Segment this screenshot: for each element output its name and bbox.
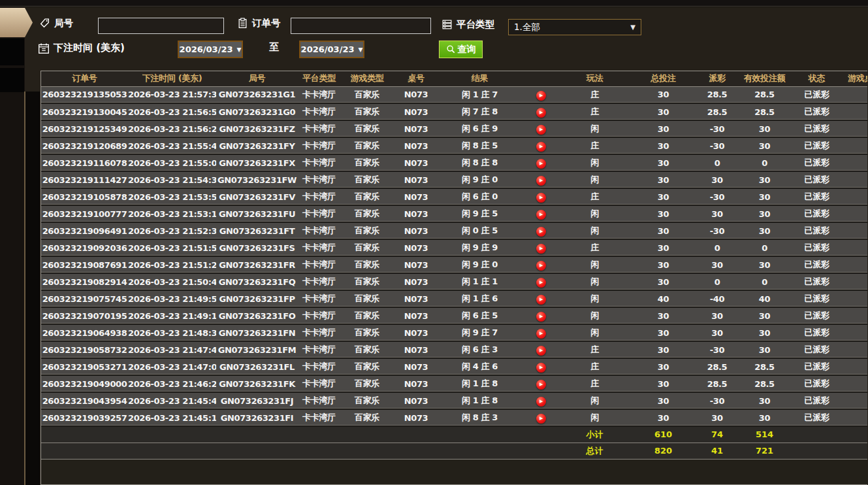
play-replay-icon[interactable]: ▶ — [536, 363, 546, 373]
cell-game: 百家乐 — [340, 205, 394, 222]
cell-table-no: N073 — [394, 205, 438, 222]
play-replay-icon[interactable]: ▶ — [536, 346, 546, 356]
cell-status: 已派彩 — [792, 392, 841, 409]
subtotal-payout: 74 — [698, 426, 737, 443]
cell-game: 百家乐 — [340, 392, 394, 409]
play-replay-icon[interactable]: ▶ — [536, 380, 546, 390]
top-bar — [0, 0, 868, 7]
cell-payout: 30 — [698, 307, 737, 324]
cell-table-no: N073 — [394, 239, 438, 256]
round-number-input[interactable] — [98, 18, 224, 34]
column-header-7: 结果 — [438, 71, 521, 86]
cell-platform: 卡卡湾厅 — [298, 256, 340, 273]
play-replay-icon[interactable]: ▶ — [536, 210, 546, 220]
cell-total-bet: 40 — [629, 290, 698, 307]
play-replay-icon[interactable]: ▶ — [536, 142, 546, 152]
cell-extra: - — [841, 120, 867, 137]
cell-table-no: N073 — [394, 341, 438, 358]
cell-total-bet: 30 — [629, 273, 698, 290]
order-number-input[interactable] — [291, 18, 431, 34]
cell-bet-type: 庄 — [560, 239, 629, 256]
play-replay-icon[interactable]: ▶ — [536, 91, 546, 101]
date-from-picker[interactable]: 2026/03/23 ▼ — [178, 41, 243, 58]
cell-bet-type: 闲 — [560, 120, 629, 137]
cell-status: 已派彩 — [792, 290, 841, 307]
platform-type-label-group: 平台类型 — [442, 18, 494, 31]
cell-payout: 30 — [698, 256, 737, 273]
cell-extra: - — [841, 222, 867, 239]
cell-status: 已派彩 — [792, 307, 841, 324]
cell-bet-type: 庄 — [560, 137, 629, 154]
cell-status: 已派彩 — [792, 120, 841, 137]
cell-time: 2026-03-23 21:53:52 — [128, 188, 216, 205]
table-row: 2603232190587322026-03-23 21:47:49GN0732… — [41, 341, 867, 358]
cell-platform: 卡卡湾厅 — [298, 341, 340, 358]
sidebar-block-1[interactable] — [0, 39, 24, 65]
cell-result: 闲 7 庄 8 — [438, 103, 521, 120]
cell-bet-type: 闲 — [560, 256, 629, 273]
cell-total-bet: 30 — [629, 409, 698, 426]
cell-result: 闲 4 庄 6 — [438, 358, 521, 375]
table-row: 2603232190920362026-03-23 21:51:59GN0732… — [41, 239, 867, 256]
sidebar-strip — [25, 92, 40, 485]
cell-order: 260323219111427 — [41, 171, 128, 188]
app-root: 局号 订单号 平台类型 1.全部 ▼ — [0, 0, 868, 485]
search-button-label: 查询 — [458, 44, 476, 56]
play-replay-icon[interactable]: ▶ — [536, 329, 546, 339]
play-replay-icon[interactable]: ▶ — [536, 227, 546, 237]
play-replay-icon[interactable]: ▶ — [536, 278, 546, 288]
cell-round: GN073263231FJ — [216, 392, 298, 409]
order-number-label-group: 订单号 — [237, 17, 281, 29]
table-row: 2603232191160782026-03-23 21:55:07GN0732… — [41, 154, 867, 171]
play-replay-icon[interactable]: ▶ — [536, 312, 546, 322]
cell-order: 260323219053271 — [41, 358, 128, 375]
cell-time: 2026-03-23 21:47:07 — [128, 358, 216, 375]
cell-bet-type: 庄 — [560, 358, 629, 375]
cell-round: GN073263231FW — [216, 171, 298, 188]
cell-payout: 0 — [698, 273, 737, 290]
cell-table-no: N073 — [394, 103, 438, 120]
platform-type-select[interactable]: 1.全部 ▼ — [508, 19, 641, 35]
cell-extra: - — [841, 392, 867, 409]
play-replay-icon[interactable]: ▶ — [536, 159, 546, 169]
cell-status: 已派彩 — [792, 154, 841, 171]
play-replay-icon[interactable]: ▶ — [536, 397, 546, 407]
cell-valid-bet: 30 — [737, 256, 792, 273]
cell-table-no: N073 — [394, 307, 438, 324]
play-replay-icon[interactable]: ▶ — [536, 193, 546, 203]
play-replay-icon[interactable]: ▶ — [536, 414, 546, 424]
cell-valid-bet: 28.5 — [737, 358, 792, 375]
play-replay-icon[interactable]: ▶ — [536, 261, 546, 271]
column-header-8 — [521, 71, 560, 86]
cell-order: 260323219116078 — [41, 154, 128, 171]
grand-total-valid-bet: 721 — [737, 443, 792, 459]
cell-game: 百家乐 — [340, 341, 394, 358]
cell-order: 260323219092036 — [41, 239, 128, 256]
cell-time: 2026-03-23 21:51:20 — [128, 256, 216, 273]
play-replay-icon[interactable]: ▶ — [536, 108, 546, 118]
search-button[interactable]: 查询 — [439, 41, 483, 58]
cell-replay: ▶ — [521, 188, 560, 205]
cell-order: 260323219075745 — [41, 290, 128, 307]
cell-status: 已派彩 — [792, 256, 841, 273]
play-replay-icon[interactable]: ▶ — [536, 244, 546, 254]
cell-time: 2026-03-23 21:46:29 — [128, 375, 216, 392]
play-replay-icon[interactable]: ▶ — [536, 176, 546, 186]
sidebar-block-2[interactable] — [0, 68, 24, 92]
play-replay-icon[interactable]: ▶ — [536, 125, 546, 135]
grand-total-label: 总计 — [560, 443, 629, 459]
date-to-picker[interactable]: 2026/03/23 ▼ — [299, 41, 364, 58]
cell-time: 2026-03-23 21:56:21 — [128, 120, 216, 137]
cell-platform: 卡卡湾厅 — [298, 154, 340, 171]
cell-round: GN073263231FX — [216, 154, 298, 171]
cell-payout: -30 — [698, 120, 737, 137]
cell-replay: ▶ — [521, 341, 560, 358]
cell-time: 2026-03-23 21:51:59 — [128, 239, 216, 256]
cell-game: 百家乐 — [340, 409, 394, 426]
cell-result: 闲 1 庄 8 — [438, 375, 521, 392]
cell-status: 已派彩 — [792, 171, 841, 188]
cell-platform: 卡卡湾厅 — [298, 392, 340, 409]
cell-payout: -30 — [698, 341, 737, 358]
play-replay-icon[interactable]: ▶ — [536, 295, 546, 305]
cell-payout: 30 — [698, 205, 737, 222]
